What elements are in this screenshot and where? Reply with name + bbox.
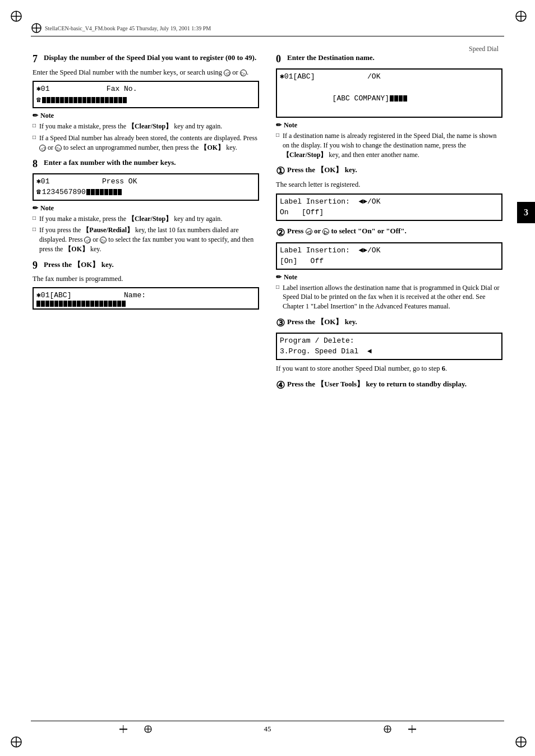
lcd10-line-1: ✱01[ABC] /OK	[280, 71, 499, 82]
lcd-line-2: ☎	[36, 95, 255, 106]
step-8-title: Enter a fax number with the number keys.	[44, 158, 176, 167]
pencil-icon-10: ✏	[276, 121, 282, 130]
footer-cross-left	[119, 725, 127, 733]
right-column: 0 Enter the Destination name. ✱01[ABC] /…	[276, 53, 502, 397]
nav-left-icon: ◁	[224, 70, 230, 76]
step-7-header: 7 Display the number of the Speed Dial y…	[33, 53, 259, 65]
nav-right-icon: ▷	[240, 70, 247, 76]
step-7-title: Display the number of the Speed Dial you…	[44, 53, 256, 62]
step-13-header: ③ Press the 【OK】 key.	[276, 317, 502, 329]
nav-left-12: ◁	[306, 228, 312, 235]
note-7-item1: If you make a mistake, press the 【Clear/…	[33, 122, 259, 131]
lcd8-line-2: ☎ 1234567890	[36, 187, 255, 198]
lcd9-line-1: ✱01[ABC] Name:	[36, 290, 255, 301]
key-clearstop-8: 【Clear/Stop】	[128, 215, 172, 223]
note-10-item1: If a destination name is already registe…	[276, 131, 502, 159]
note-8-item1: If you make a mistake, press the 【Clear/…	[33, 214, 259, 224]
step-14-num: ④	[276, 379, 285, 391]
lcd11-line-1: Label Insertion: ◄►/OK	[280, 196, 499, 208]
step-9-block: 9 Press the 【OK】 key. The fax number is …	[33, 260, 259, 310]
step-8-lcd: ✱01 Press OK ☎ 1234567890	[33, 173, 259, 201]
note-12-item1: Label insertion allows the destination n…	[276, 283, 502, 311]
file-info: StellaCEN-basic_V4_FM.book Page 45 Thurs…	[45, 25, 504, 31]
step-11-title: Press the 【OK】 key.	[287, 165, 357, 175]
pencil-icon-7: ✏	[33, 112, 38, 120]
step-9-title: Press the 【OK】 key.	[44, 260, 114, 270]
key-ok-ref: 【OK】	[200, 144, 224, 151]
step-13-lcd: Program / Delete: 3.Prog. Speed Dial ◄	[276, 333, 502, 360]
step-11-block: ① Press the 【OK】 key. The search letter …	[276, 165, 502, 220]
lcd11-line-2: On [Off]	[280, 207, 499, 218]
step-10-title: Enter the Destination name.	[287, 53, 375, 62]
step-12-title: Press ◁ or ▷ to select "On" or "Off".	[287, 227, 407, 236]
step-7-block: 7 Display the number of the Speed Dial y…	[33, 53, 259, 153]
step-7-num: 7	[33, 53, 41, 65]
pencil-icon-8: ✏	[33, 204, 38, 213]
lcd8-fax-number: 1234567890	[42, 187, 86, 198]
step-10-lcd: ✱01[ABC] /OK [ABC COMPANY]	[276, 68, 502, 118]
left-column: 7 Display the number of the Speed Dial y…	[33, 53, 259, 397]
step-7-note: ✏ Note If you make a mistake, press the …	[33, 112, 259, 152]
key-ok-8: 【OK】	[64, 245, 89, 253]
step-10-block: 0 Enter the Destination name. ✱01[ABC] /…	[276, 53, 502, 159]
step-9-body: The fax number is programmed.	[33, 274, 259, 284]
nav-right-icon-2: ▷	[55, 145, 62, 151]
note-8-item2: If you press the 【Pause/Redial】 key, the…	[33, 225, 259, 253]
step-14-header: ④ Press the 【User Tools】 key to return t…	[276, 379, 502, 391]
step-9-header: 9 Press the 【OK】 key.	[33, 260, 259, 271]
step-14-title: Press the 【User Tools】 key to return to …	[287, 379, 467, 389]
nav-right-12: ▷	[322, 228, 329, 235]
page-header: StellaCEN-basic_V4_FM.book Page 45 Thurs…	[31, 22, 504, 36]
lcd8-line-1: ✱01 Press OK	[36, 176, 255, 187]
step-13-num: ③	[276, 317, 285, 329]
corner-mark-tr	[515, 10, 525, 20]
key-clearstop-ref: 【Clear/Stop】	[128, 122, 172, 130]
step-7-lcd: ✱01 Fax No. ☎	[33, 81, 259, 108]
footer-cross-right	[408, 725, 416, 733]
step-11-body: The search letter is registered.	[276, 179, 502, 190]
two-column-layout: 7 Display the number of the Speed Dial y…	[33, 53, 502, 397]
corner-mark-bl	[10, 736, 20, 746]
step-12-num: ②	[276, 227, 285, 239]
step-12-block: ② Press ◁ or ▷ to select "On" or "Off". …	[276, 227, 502, 311]
lcd13-line-2: 3.Prog. Speed Dial ◄	[280, 346, 499, 357]
key-pauseredial: 【Pause/Redial】	[82, 226, 133, 234]
lcd13-line-1: Program / Delete:	[280, 335, 499, 347]
step-11-lcd: Label Insertion: ◄►/OK On [Off]	[276, 193, 502, 221]
note-10-label: Note	[284, 121, 297, 130]
step-9-num: 9	[33, 260, 41, 271]
step-10-num: 0	[276, 53, 285, 65]
corner-mark-tl	[10, 10, 20, 20]
step-14-block: ④ Press the 【User Tools】 key to return t…	[276, 379, 502, 391]
key-clearstop-10: 【Clear/Stop】	[283, 151, 327, 159]
step-12-lcd: Label Insertion: ◄►/OK [On] Off	[276, 242, 502, 270]
step-8-note: ✏ Note If you make a mistake, press the …	[33, 204, 259, 254]
step-8-header: 8 Enter a fax number with the number key…	[33, 158, 259, 170]
note-8-label: Note	[40, 204, 54, 213]
step-13-title: Press the 【OK】 key.	[287, 317, 357, 327]
step-10-header: 0 Enter the Destination name.	[276, 53, 502, 65]
page-footer: 45	[31, 721, 504, 734]
lcd12-line-2: [On] Off	[280, 256, 499, 267]
step-11-header: ① Press the 【OK】 key.	[276, 165, 502, 177]
page-number: 45	[264, 725, 271, 734]
note-12-header: ✏ Note	[276, 273, 502, 282]
step-10-note: ✏ Note If a destination name is already …	[276, 121, 502, 159]
step-12-note: ✏ Note Label insertion allows the destin…	[276, 273, 502, 311]
step-13-block: ③ Press the 【OK】 key. Program / Delete: …	[276, 317, 502, 374]
step-8-num: 8	[33, 158, 41, 170]
step-8-block: 8 Enter a fax number with the number key…	[33, 158, 259, 254]
page-content: 7 Display the number of the Speed Dial y…	[33, 53, 502, 717]
section-label: Speed Dial	[469, 45, 499, 53]
step-7-body: Enter the Speed Dial number with the num…	[33, 67, 259, 77]
note-7-header: ✏ Note	[33, 112, 259, 120]
note-8-header: ✏ Note	[33, 204, 259, 213]
note-7-item2: If a Speed Dial number has already been …	[33, 133, 259, 153]
nav-left-icon-2: ◁	[39, 145, 46, 151]
lcd10-line-2: [ABC COMPANY]	[280, 82, 499, 116]
step-12-header: ② Press ◁ or ▷ to select "On" or "Off".	[276, 227, 502, 239]
pencil-icon-12: ✏	[276, 273, 282, 282]
step-13-body: If you want to store another Speed Dial …	[276, 363, 502, 374]
nav-left-icon-3: ◁	[84, 237, 91, 243]
chapter-tab: 3	[517, 202, 535, 223]
